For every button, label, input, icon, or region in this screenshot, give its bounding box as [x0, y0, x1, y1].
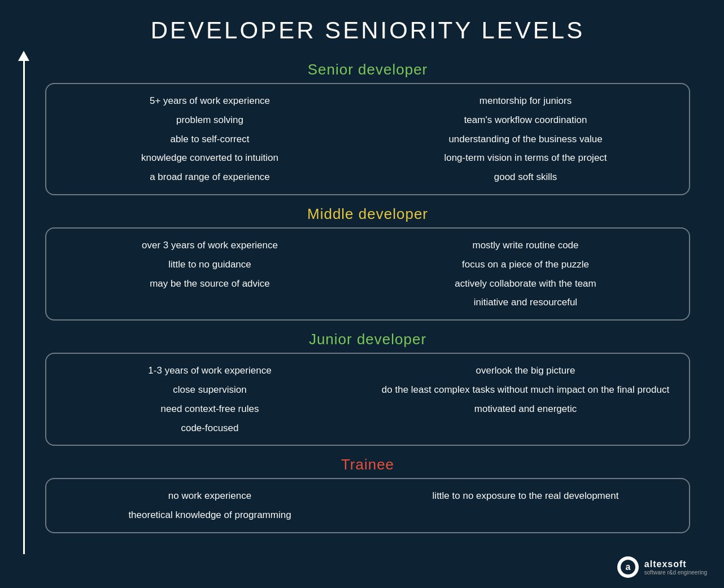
item-middle-right-1: focus on a piece of the puzzle — [379, 258, 672, 271]
col-right-middle: mostly write routine codefocus on a piec… — [368, 239, 672, 309]
item-senior-left-3: knowledge converted to intuition — [63, 151, 356, 165]
section-box-middle: over 3 years of work experiencelittle to… — [45, 227, 690, 321]
svg-text:a: a — [625, 562, 630, 572]
arrow-line — [23, 61, 25, 554]
item-junior-left-0: 1-3 years of work experience — [63, 364, 356, 378]
item-middle-left-1: little to no guidance — [63, 258, 356, 271]
section-title-junior: Junior developer — [45, 331, 690, 348]
item-senior-right-3: long-term vision in terms of the project — [379, 151, 672, 165]
page-wrapper: DEVELOPER SENIORITY LEVELS Senior develo… — [0, 0, 724, 588]
col-right-senior: mentorship for juniorsteam's workflow co… — [368, 94, 672, 184]
item-senior-right-1: team's workflow coordination — [379, 113, 672, 127]
item-junior-left-1: close supervision — [63, 383, 356, 397]
item-senior-right-0: mentorship for juniors — [379, 94, 672, 108]
logo-name: altexsoft — [644, 559, 707, 569]
section-trainee: Traineeno work experiencetheoretical kno… — [45, 456, 690, 533]
section-junior: Junior developer1-3 years of work experi… — [45, 331, 690, 446]
item-trainee-left-0: no work experience — [63, 489, 356, 503]
logo-icon: a — [617, 556, 639, 578]
section-box-senior: 5+ years of work experienceproblem solvi… — [45, 83, 690, 195]
item-trainee-right-0: little to no exposure to the real develo… — [379, 489, 672, 503]
logo-subtitle: software r&d engineering — [644, 569, 707, 576]
item-junior-right-1: do the least complex tasks without much … — [379, 383, 672, 397]
section-senior: Senior developer5+ years of work experie… — [45, 61, 690, 195]
item-middle-left-0: over 3 years of work experience — [63, 239, 356, 252]
item-middle-right-0: mostly write routine code — [379, 239, 672, 252]
sections-container: Senior developer5+ years of work experie… — [45, 61, 690, 533]
col-left-trainee: no work experiencetheoretical knowledge … — [63, 489, 368, 522]
item-middle-left-2: may be the source of advice — [63, 277, 356, 291]
seniority-arrow — [18, 51, 29, 554]
item-senior-right-2: understanding of the business value — [379, 133, 672, 146]
section-title-middle: Middle developer — [45, 205, 690, 223]
item-junior-right-0: overlook the big picture — [379, 364, 672, 378]
item-senior-right-4: good soft skills — [379, 170, 672, 184]
item-senior-left-2: able to self-correct — [63, 133, 356, 146]
item-senior-left-4: a broad range of experience — [63, 170, 356, 184]
col-left-senior: 5+ years of work experienceproblem solvi… — [63, 94, 368, 184]
logo-area: a altexsoft software r&d engineering — [617, 556, 707, 578]
section-box-trainee: no work experiencetheoretical knowledge … — [45, 478, 690, 533]
item-junior-left-3: code-focused — [63, 422, 356, 435]
arrow-head — [18, 51, 29, 61]
logo-text: altexsoft software r&d engineering — [644, 559, 707, 576]
section-box-junior: 1-3 years of work experienceclose superv… — [45, 353, 690, 446]
col-left-junior: 1-3 years of work experienceclose superv… — [63, 364, 368, 435]
section-title-senior: Senior developer — [45, 61, 690, 78]
item-senior-left-0: 5+ years of work experience — [63, 94, 356, 108]
section-middle: Middle developerover 3 years of work exp… — [45, 205, 690, 321]
col-left-middle: over 3 years of work experiencelittle to… — [63, 239, 368, 309]
col-right-trainee: little to no exposure to the real develo… — [368, 489, 672, 522]
col-right-junior: overlook the big picturedo the least com… — [368, 364, 672, 435]
item-junior-left-2: need context-free rules — [63, 402, 356, 416]
item-middle-right-2: actively collaborate with the team — [379, 277, 672, 291]
page-title: DEVELOPER SENIORITY LEVELS — [45, 17, 690, 44]
item-middle-right-3: initiative and resourceful — [379, 296, 672, 309]
item-senior-left-1: problem solving — [63, 113, 356, 127]
section-title-trainee: Trainee — [45, 456, 690, 473]
item-junior-right-2: motivated and energetic — [379, 402, 672, 416]
item-trainee-left-1: theoretical knowledge of programming — [63, 508, 356, 522]
